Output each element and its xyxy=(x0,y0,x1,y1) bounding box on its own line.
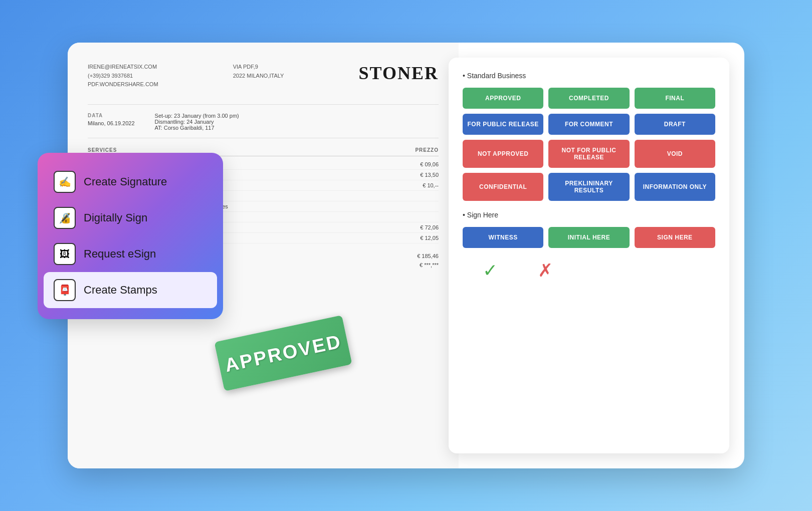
address-street: VIA PDF,9 xyxy=(233,63,284,72)
stamp-sign-here[interactable]: SIGN HERE xyxy=(635,227,715,248)
approved-stamp-text: APPROVED xyxy=(223,330,343,376)
section2-title: Sign Here xyxy=(463,211,715,219)
request-esign-icon: 🖼 xyxy=(54,243,76,265)
menu-panel: ✍ Create Signature 🔏 Digitally Sign 🖼 Re… xyxy=(38,153,223,319)
create-signature-icon: ✍ xyxy=(54,171,76,193)
stamp-not-for-public-release[interactable]: NOT FOR PUBLIC RELEASE xyxy=(548,140,629,168)
address-city: 2022 MILANO,ITALY xyxy=(233,72,284,81)
event-date: Milano, 06.19.2022 xyxy=(88,120,135,126)
menu-item-create-signature[interactable]: ✍ Create Signature xyxy=(44,164,217,200)
stamp-for-comment[interactable]: FOR COMMENT xyxy=(548,114,629,135)
menu-label-request-esign: Request eSign xyxy=(84,247,156,261)
stamp-draft[interactable]: DRAFT xyxy=(635,114,715,135)
menu-label-create-signature: Create Signature xyxy=(84,175,167,188)
doc-header: IRENE@IRENEATSIX.COM (+39)329 3937681 PD… xyxy=(88,63,439,89)
event-dismantling: Dismantling: 24 January xyxy=(155,119,239,125)
col-services: SERVICES xyxy=(88,147,117,153)
stamp-confidential[interactable]: CONFIDENTIAL xyxy=(463,173,543,201)
stamp-witness[interactable]: WITNESS xyxy=(463,227,543,248)
menu-item-create-stamps[interactable]: 📮 Create Stamps xyxy=(44,272,217,308)
create-stamps-icon: 📮 xyxy=(54,279,76,301)
menu-item-digitally-sign[interactable]: 🔏 Digitally Sign xyxy=(44,200,217,236)
total-excl-value: € 185,46 xyxy=(417,253,439,259)
menu-label-create-stamps: Create Stamps xyxy=(84,284,157,297)
check-red-icon[interactable]: ✗ xyxy=(538,260,553,281)
stamps-panel: Standard Business APPROVED COMPLETED FIN… xyxy=(449,58,729,453)
stamp-completed[interactable]: COMPLETED xyxy=(548,88,629,109)
stamp-for-public-release[interactable]: FOR PUBLIC RELEASE xyxy=(463,114,543,135)
check-icons: ✓ ✗ xyxy=(463,260,715,281)
digitally-sign-icon: 🔏 xyxy=(54,207,76,229)
sign-grid: WITNESS INITIAL HERE SIGN HERE xyxy=(463,227,715,248)
stamp-preliminary[interactable]: PREKLININARY RESULTS xyxy=(548,173,629,201)
main-card: IRENE@IRENEATSIX.COM (+39)329 3937681 PD… xyxy=(68,43,744,468)
col-prezzo: PREZZO xyxy=(415,147,439,153)
section1-title: Standard Business xyxy=(463,72,715,80)
approved-stamp: APPROVED xyxy=(214,315,352,391)
doc-contact: IRENE@IRENEATSIX.COM (+39)329 3937681 PD… xyxy=(88,63,158,89)
doc-address: VIA PDF,9 2022 MILANO,ITALY xyxy=(233,63,284,89)
stamp-approved[interactable]: APPROVED xyxy=(463,88,543,109)
stamp-initial-here[interactable]: INITIAL HERE xyxy=(548,227,629,248)
menu-item-request-esign[interactable]: 🖼 Request eSign xyxy=(44,236,217,272)
menu-label-digitally-sign: Digitally Sign xyxy=(84,211,147,224)
stamps-grid-row1: APPROVED COMPLETED FINAL FOR PUBLIC RELE… xyxy=(463,88,715,201)
contact-website: PDF.WONDERSHARE.COM xyxy=(88,80,158,89)
stamp-information-only[interactable]: INFORMATION ONLY xyxy=(635,173,715,201)
contact-phone: (+39)329 3937681 xyxy=(88,72,158,81)
contact-email: IRENE@IRENEATSIX.COM xyxy=(88,63,158,72)
total-incl-value: € ***,*** xyxy=(420,262,439,268)
stamp-void[interactable]: VOID xyxy=(635,140,715,168)
event-label: DATA xyxy=(88,113,135,118)
event-location: AT: Corso Garibaldi, 117 xyxy=(155,125,239,131)
event-setup: Set-up: 23 January (from 3.00 pm) xyxy=(155,113,239,119)
stamp-final[interactable]: FINAL xyxy=(635,88,715,109)
stamp-not-approved[interactable]: NOT APPROVED xyxy=(463,140,543,168)
doc-logo: STONER xyxy=(359,63,439,89)
doc-event-section: DATA Milano, 06.19.2022 Set-up: 23 Janua… xyxy=(88,113,439,131)
check-green-icon[interactable]: ✓ xyxy=(483,260,498,281)
